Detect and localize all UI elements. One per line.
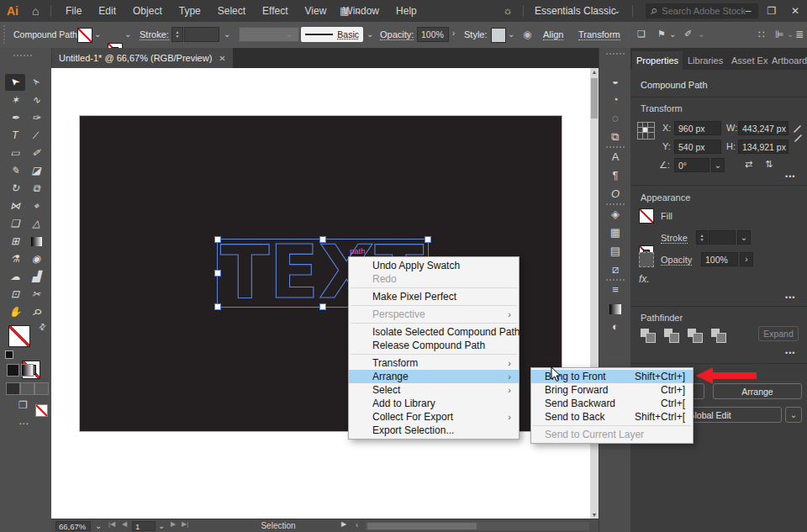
artboard-number-field[interactable]: 1 bbox=[132, 521, 156, 531]
column-graph-tool[interactable]: ▟ bbox=[26, 268, 46, 285]
workspace-switcher[interactable]: Essentials Classic bbox=[535, 0, 616, 22]
reference-point-locator[interactable] bbox=[637, 122, 655, 140]
chevron-down-icon[interactable]: ⌄ bbox=[614, 0, 620, 22]
menu-item-send-backward[interactable]: Send BackwardCtrl+[ bbox=[531, 397, 693, 410]
isolate-flag-icon[interactable]: ⚑ bbox=[657, 29, 666, 40]
menu-effect[interactable]: Effect bbox=[254, 0, 296, 22]
chevron-down-icon[interactable]: ⌄ bbox=[508, 29, 514, 39]
swap-fill-stroke-icon[interactable]: ⇄ bbox=[36, 321, 48, 333]
stepper-down-icon[interactable]: ▼ bbox=[700, 238, 704, 242]
menu-type[interactable]: Type bbox=[171, 0, 209, 22]
transparency-panel-icon[interactable]: ◐ bbox=[599, 319, 631, 334]
zoom-tool[interactable]: ⚲ bbox=[26, 303, 46, 320]
color-mode-button[interactable] bbox=[7, 364, 19, 377]
menu-list-icon[interactable]: ≣ bbox=[795, 29, 804, 40]
scrollbar-thumb[interactable] bbox=[591, 78, 598, 119]
menu-item-bring-forward[interactable]: Bring ForwardCtrl+] bbox=[531, 383, 693, 397]
artboard-dropdown-icon[interactable]: ⌄ bbox=[158, 521, 165, 530]
layout-switcher-icon[interactable]: ▦ bbox=[340, 0, 349, 22]
align-link[interactable]: Align bbox=[543, 29, 563, 40]
x-field[interactable]: 960 px bbox=[674, 121, 721, 135]
scroll-up-icon[interactable]: ▲ bbox=[590, 69, 599, 75]
type-tool[interactable]: T bbox=[5, 127, 25, 144]
y-field[interactable]: 540 px bbox=[674, 140, 721, 154]
symbols-panel-icon[interactable]: ⧉ bbox=[599, 129, 631, 145]
default-fill-stroke-icon[interactable] bbox=[5, 350, 13, 359]
color-panel-icon[interactable]: ◒ bbox=[599, 74, 631, 89]
menu-item-export-selection[interactable]: Export Selection... bbox=[349, 424, 519, 437]
bounding-box-icon[interactable]: ❏ bbox=[637, 29, 646, 40]
magic-wand-tool[interactable]: ✶ bbox=[5, 92, 25, 108]
eyedropper-tool[interactable]: ⚗ bbox=[5, 250, 25, 267]
pathfinder-exclude-icon[interactable] bbox=[711, 329, 728, 342]
selection-handle[interactable] bbox=[214, 236, 221, 243]
scroll-left-icon[interactable]: ‹ bbox=[356, 520, 358, 529]
stroke-weight-field[interactable] bbox=[709, 230, 736, 245]
dock-grip[interactable] bbox=[606, 279, 625, 281]
zoom-level-field[interactable]: 66,67% bbox=[55, 521, 91, 531]
pathfinder-more-options[interactable]: ••• bbox=[785, 349, 795, 357]
chevron-down-icon[interactable]: ⌄ bbox=[94, 29, 101, 39]
opacity-label[interactable]: Opacity bbox=[661, 255, 692, 266]
paragraph-panel-icon[interactable]: ¶ bbox=[599, 168, 631, 183]
gradient-mode-button[interactable] bbox=[21, 364, 34, 377]
symbol-sprayer-tool[interactable]: ☁ bbox=[5, 268, 25, 285]
layers-panel-icon[interactable]: ◈ bbox=[599, 207, 631, 222]
menu-item-undo-apply-swatch[interactable]: Undo Apply Swatch bbox=[349, 259, 519, 272]
slice-tool[interactable]: ✂ bbox=[26, 286, 46, 303]
tab-properties[interactable]: Properties bbox=[632, 51, 683, 70]
document-setup-globe-icon[interactable]: ◉ bbox=[523, 29, 531, 40]
stroke-weight-stepper[interactable]: ▲ ▼ bbox=[696, 230, 708, 245]
fx-effects-icon[interactable]: fx. bbox=[639, 273, 650, 285]
stroke-label[interactable]: Stroke bbox=[661, 233, 688, 244]
chevron-right-icon[interactable]: › bbox=[452, 29, 455, 38]
chevron-down-icon[interactable]: ⌄ bbox=[669, 29, 676, 39]
flip-vertical-icon[interactable]: ⇅ bbox=[765, 159, 773, 170]
color-guide-panel-icon[interactable]: ◔ bbox=[599, 92, 631, 108]
chevron-down-icon[interactable]: ⌄ bbox=[367, 29, 373, 39]
tab-libraries[interactable]: Libraries bbox=[688, 51, 726, 70]
dock-grip[interactable] bbox=[606, 203, 625, 205]
selection-handle[interactable] bbox=[319, 236, 326, 243]
stroke-weight-label[interactable]: Stroke: bbox=[140, 29, 169, 40]
previous-artboard-icon[interactable]: ◀ bbox=[122, 520, 127, 528]
constrain-proportions-broken-link-icon[interactable] bbox=[792, 125, 804, 142]
opacity-field[interactable]: 100% bbox=[417, 27, 449, 42]
horizontal-scrollbar[interactable] bbox=[366, 522, 589, 530]
screen-mode-icon[interactable]: ❐ bbox=[18, 399, 28, 411]
blend-tool[interactable]: ◉ bbox=[26, 250, 46, 267]
menu-item-isolate-selected-compound-path[interactable]: Isolate Selected Compound Path bbox=[349, 325, 519, 339]
close-tab-icon[interactable]: ✕ bbox=[219, 54, 225, 63]
fill-swatch[interactable] bbox=[77, 28, 92, 43]
selection-handle[interactable] bbox=[425, 236, 431, 243]
menu-item-add-to-library[interactable]: Add to Library bbox=[349, 397, 519, 410]
stroke-weight-stepper[interactable]: ▲ ▼ bbox=[171, 27, 183, 42]
stroke-panel-icon[interactable]: ≡ bbox=[599, 282, 631, 298]
menu-item-make-pixel-perfect[interactable]: Make Pixel Perfect bbox=[349, 290, 519, 303]
menu-item-arrange[interactable]: Arrange› bbox=[349, 370, 519, 383]
fill-color-swatch[interactable] bbox=[8, 325, 30, 347]
scroll-down-icon[interactable]: ▼ bbox=[590, 512, 599, 518]
transform-link[interactable]: Transform bbox=[578, 29, 620, 40]
document-tab[interactable]: Untitled-1* @ 66,67% (RGB/Preview) ✕ bbox=[52, 48, 233, 68]
menu-object[interactable]: Object bbox=[124, 0, 171, 22]
swatches-panel-icon[interactable]: ◌ bbox=[599, 111, 631, 126]
paintbrush-tool[interactable]: ✐ bbox=[26, 145, 46, 161]
grip-handle[interactable] bbox=[3, 25, 5, 44]
close-button[interactable]: ✕ bbox=[783, 0, 807, 22]
gradient-tool[interactable] bbox=[26, 233, 46, 250]
first-artboard-icon[interactable]: |◀ bbox=[108, 520, 115, 528]
dock-grip[interactable] bbox=[606, 53, 625, 55]
menu-edit[interactable]: Edit bbox=[90, 0, 124, 22]
h-field[interactable]: 134,921 px bbox=[738, 140, 789, 154]
status-expand-icon[interactable]: ▶ bbox=[341, 520, 346, 528]
minimize-button[interactable]: – bbox=[736, 0, 760, 22]
draw-inside-mode-button[interactable] bbox=[34, 382, 49, 395]
flip-horizontal-icon[interactable]: ⇄ bbox=[745, 159, 752, 170]
shape-builder-tool[interactable]: ❏ bbox=[5, 215, 25, 232]
menu-file[interactable]: File bbox=[57, 0, 90, 22]
chevron-down-icon[interactable]: ⌄ bbox=[224, 29, 230, 39]
rotate-tool[interactable]: ↻ bbox=[5, 180, 25, 197]
fill-swatch[interactable] bbox=[639, 208, 654, 224]
chevron-down-icon[interactable]: ⌄ bbox=[124, 29, 131, 39]
